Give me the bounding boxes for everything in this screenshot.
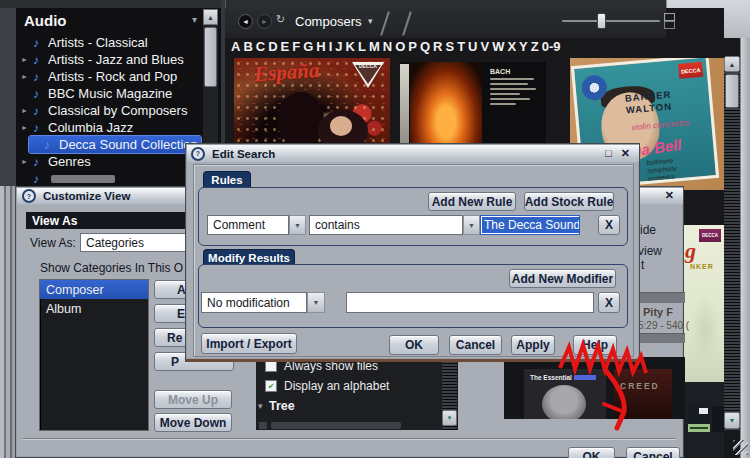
close-icon[interactable]: ✕	[665, 190, 674, 201]
alphabet-letter[interactable]: H	[316, 39, 325, 57]
edit-search-titlebar[interactable]: ? Edit Search □ ✕	[187, 145, 639, 162]
ok-button[interactable]: OK	[568, 447, 615, 458]
sidebar-item[interactable]: ♪Decca Sound Collection	[29, 136, 201, 153]
back-icon[interactable]: ◄	[238, 14, 253, 29]
categories-listbox[interactable]: ComposerAlbum	[39, 279, 149, 431]
resize-grip[interactable]	[733, 440, 748, 455]
add-new-modifier-button[interactable]: Add New Modifier	[509, 269, 616, 288]
alphabet-letter[interactable]: W	[492, 39, 504, 57]
remove-modifier-button[interactable]: X	[598, 292, 620, 313]
category-item[interactable]: Album	[40, 299, 148, 318]
rule-value-input[interactable]: The Decca Sound	[480, 215, 580, 235]
refresh-icon[interactable]: ↻	[276, 13, 285, 26]
forward-icon[interactable]: ►	[257, 14, 272, 29]
sidebar-item[interactable]: ♪BBC Music Magazine	[16, 85, 202, 102]
alphabet-letter[interactable]: A	[231, 39, 240, 57]
remove-rule-button[interactable]: X	[598, 215, 620, 235]
alphabet-letter[interactable]: Z	[531, 39, 539, 57]
expand-arrow-icon[interactable]: ►	[21, 107, 33, 114]
rules-tab[interactable]: Rules	[203, 171, 251, 188]
cancel-button[interactable]: Cancel	[626, 447, 680, 458]
alphabet-letter[interactable]: Q	[420, 39, 430, 57]
alphabet-letter[interactable]: D	[268, 39, 277, 57]
close-icon[interactable]: ✕	[621, 148, 630, 159]
browser-scrollbar[interactable]: ▲ ▼	[724, 56, 740, 430]
expand-arrow-icon[interactable]: ►	[21, 124, 33, 131]
alphabet-letter[interactable]: T	[457, 39, 465, 57]
modifier-value-input[interactable]	[346, 292, 594, 313]
alphabet-letter[interactable]: Y	[519, 39, 528, 57]
sidebar-item[interactable]: ♪Artists - Classical	[16, 34, 202, 51]
rule-operator-combobox[interactable]: contains	[309, 215, 463, 235]
thumbnail-size-slider[interactable]	[562, 20, 660, 22]
import-export-button[interactable]: Import / Export	[201, 333, 297, 354]
expand-arrow-icon[interactable]: ►	[21, 158, 33, 165]
checkbox-checked-icon[interactable]: ✔	[265, 380, 277, 392]
alphabet-letter[interactable]: I	[329, 39, 333, 57]
ok-button[interactable]: OK	[389, 335, 439, 355]
scrollbar-thumb[interactable]	[725, 74, 739, 108]
rule-field-combobox[interactable]: Comment	[207, 215, 289, 235]
alphabet-letter[interactable]: F	[292, 39, 300, 57]
alphabet-letter[interactable]: X	[507, 39, 516, 57]
add-stock-rule-button[interactable]: Add Stock Rule	[524, 192, 614, 211]
sidebar-item[interactable]: ►♪Genres	[16, 153, 202, 170]
help-button[interactable]: Help	[573, 335, 617, 355]
alphabet-letter[interactable]: B	[243, 39, 252, 57]
album-cover-partial[interactable]: DECCA g NKER	[684, 225, 724, 382]
scroll-up-icon[interactable]: ▲	[203, 9, 218, 25]
sidebar-item-partial[interactable]: ♪	[16, 170, 202, 187]
sidebar-item[interactable]: ►♪Classical by Composers	[16, 102, 202, 119]
scroll-down-icon[interactable]: ▼	[442, 410, 457, 426]
album-thumbnail[interactable]	[712, 406, 724, 432]
expand-arrow-icon[interactable]: ►	[21, 73, 33, 80]
alphabet-letter[interactable]: U	[468, 39, 477, 57]
dropdown-arrow-icon[interactable]: ▼	[307, 292, 325, 313]
alphabet-letter[interactable]: 0-9	[542, 39, 561, 57]
album-cover-espana[interactable]: España DECCA	[234, 58, 390, 148]
view-tab-label[interactable]: Composers	[295, 14, 361, 29]
album-cover-creed[interactable]: CREED	[614, 369, 672, 419]
sidebar-item[interactable]: ►♪Columbia Jazz	[16, 119, 202, 136]
apply-button[interactable]: Apply	[511, 335, 555, 355]
alphabet-letter[interactable]: N	[383, 39, 392, 57]
thumbnail-size-icon[interactable]	[664, 21, 675, 29]
add-new-rule-button[interactable]: Add New Rule	[428, 192, 516, 211]
album-cover-essential[interactable]: The Essential	[524, 369, 606, 419]
alphabet-letter[interactable]: O	[395, 39, 405, 57]
scroll-down-icon[interactable]: ▼	[724, 412, 740, 429]
slider-thumb[interactable]	[597, 13, 606, 29]
move-up-button[interactable]: Move Up	[154, 390, 232, 409]
alphabet-letter[interactable]: J	[335, 39, 342, 57]
dropdown-arrow-icon[interactable]: ▼	[463, 215, 480, 235]
sidebar-collapse-icon[interactable]: ▾	[192, 14, 197, 25]
alphabet-letter[interactable]: C	[256, 39, 265, 57]
alphabet-letter[interactable]: R	[433, 39, 442, 57]
modify-results-tab[interactable]: Modify Results	[203, 249, 295, 265]
view-tab-caret-icon[interactable]: ▾	[368, 16, 373, 26]
scroll-up-icon[interactable]: ▲	[724, 56, 740, 72]
category-item[interactable]: Composer	[40, 280, 148, 299]
restore-icon[interactable]: □	[605, 148, 612, 159]
alphabet-letter[interactable]: P	[408, 39, 417, 57]
alphabet-letter[interactable]: E	[281, 39, 290, 57]
album-cover-bach[interactable]: BACH	[400, 62, 546, 148]
cancel-button[interactable]: Cancel	[449, 335, 502, 355]
alphabet-letter[interactable]: G	[303, 39, 313, 57]
alphabet-letter[interactable]: S	[445, 39, 454, 57]
alphabet-letter[interactable]: V	[480, 39, 489, 57]
alphabet-letter[interactable]: L	[358, 39, 366, 57]
option-row[interactable]: ✔Display an alphabet	[265, 379, 389, 393]
expand-arrow-icon[interactable]: ►	[21, 56, 33, 63]
alphabet-letter[interactable]: M	[369, 39, 380, 57]
modifier-type-combobox[interactable]: No modification	[201, 292, 307, 313]
tree-section-caret-icon[interactable]: ▾	[258, 401, 263, 411]
sidebar-item[interactable]: ►♪Artists - Jazz and Blues	[16, 51, 202, 68]
album-thumbnail[interactable]	[688, 406, 710, 432]
dropdown-arrow-icon[interactable]: ▼	[289, 215, 306, 235]
move-down-button[interactable]: Move Down	[154, 413, 232, 432]
tree-section-header[interactable]: Tree	[269, 399, 295, 413]
scrollbar-thumb[interactable]	[204, 27, 217, 87]
alphabet-letter[interactable]: K	[346, 39, 355, 57]
sidebar-item[interactable]: ►♪Artists - Rock and Pop	[16, 68, 202, 85]
